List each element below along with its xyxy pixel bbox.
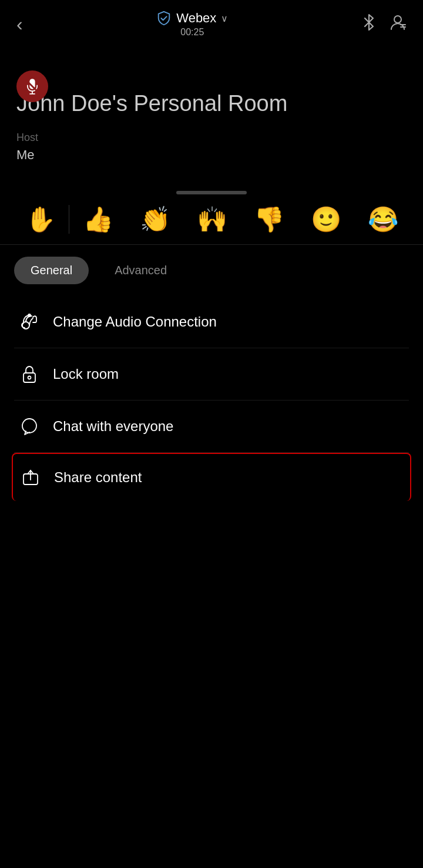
share-label: Share content — [54, 469, 142, 486]
share-icon — [20, 467, 41, 488]
audio-icon — [19, 311, 40, 332]
tab-general[interactable]: General — [14, 257, 89, 284]
emoji-laugh[interactable]: 😂 — [354, 205, 411, 234]
svg-point-11 — [22, 419, 36, 433]
lock-icon — [19, 364, 40, 385]
emoji-clap[interactable]: 👏 — [126, 205, 183, 234]
profile-icon[interactable] — [389, 14, 407, 35]
emoji-bar: ✋ 👍 👏 🙌 👎 🙂 😂 — [0, 194, 423, 245]
host-label: Host — [16, 132, 407, 144]
header-center: Webex ∨ 00:25 — [156, 11, 228, 38]
emoji-smile[interactable]: 🙂 — [297, 205, 354, 234]
host-name: Me — [16, 147, 407, 163]
emoji-thumbs-up[interactable]: 👍 — [69, 205, 126, 234]
emoji-raise-hand[interactable]: ✋ — [12, 205, 69, 234]
svg-point-8 — [28, 314, 31, 317]
bluetooth-icon[interactable] — [362, 14, 376, 35]
app-name: Webex — [176, 11, 216, 26]
menu-item-chat[interactable]: Chat with everyone — [14, 401, 409, 453]
mic-muted-icon — [24, 78, 41, 95]
svg-point-10 — [28, 376, 31, 379]
back-button[interactable]: ‹ — [16, 15, 23, 33]
tab-advanced[interactable]: Advanced — [98, 257, 183, 284]
menu-item-lock[interactable]: Lock room — [14, 348, 409, 401]
room-name: John Doe's Personal Room — [16, 90, 407, 117]
header-icons — [362, 14, 407, 35]
header: ‹ Webex ∨ 00:25 — [0, 0, 423, 43]
chevron-down-icon: ∨ — [221, 13, 228, 24]
audio-label: Change Audio Connection — [53, 314, 217, 330]
tabs-container: General Advanced — [0, 245, 423, 296]
room-info: John Doe's Personal Room Host Me — [0, 43, 423, 186]
menu-list: Change Audio Connection Lock room Chat w… — [0, 296, 423, 501]
drag-handle-container — [0, 186, 423, 194]
svg-point-0 — [394, 16, 401, 23]
webex-shield-icon — [156, 11, 172, 26]
chat-icon — [19, 416, 40, 437]
lock-label: Lock room — [53, 366, 119, 382]
muted-indicator[interactable] — [16, 70, 48, 102]
header-title-row: Webex ∨ — [156, 11, 228, 26]
emoji-praise[interactable]: 🙌 — [183, 205, 240, 234]
chat-label: Chat with everyone — [53, 418, 173, 435]
menu-item-audio[interactable]: Change Audio Connection — [14, 296, 409, 348]
drag-handle[interactable] — [176, 191, 247, 194]
call-timer: 00:25 — [180, 27, 204, 38]
emoji-thumbs-down[interactable]: 👎 — [240, 205, 297, 234]
menu-item-share[interactable]: Share content — [12, 453, 411, 501]
